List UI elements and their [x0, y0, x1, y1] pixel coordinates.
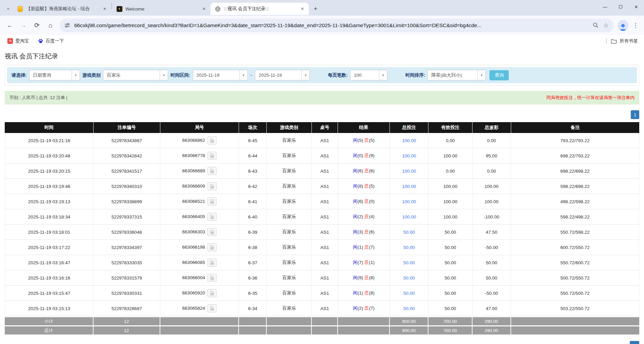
cell-table-id: AS1	[312, 225, 338, 240]
page-1-button[interactable]: 1	[631, 110, 639, 119]
tab-strip: ⌄ 【新提醒】海燕策略论坛 - 综合✕✦Welcome✕:::视讯 会员下注纪录…	[0, 0, 644, 16]
cell-result: 闲(6) 庄(0)	[338, 194, 390, 209]
cell-round: 663066004	[160, 270, 239, 286]
bookmarks-divider	[606, 38, 607, 44]
cell-table-id: AS1	[312, 255, 338, 270]
reload-button[interactable]: ⟳	[31, 19, 43, 32]
video-record-button[interactable]	[207, 304, 217, 312]
bookmark-item-1[interactable]: 淘爱淘宝	[5, 37, 32, 45]
browser-tab-2[interactable]: ✦Welcome✕	[112, 3, 210, 15]
footer-empty	[511, 325, 639, 335]
total-bet-link[interactable]: 50.00	[403, 306, 415, 311]
video-record-button[interactable]	[207, 136, 217, 145]
total-bet-link[interactable]: 50.00	[403, 275, 415, 281]
cell-round: 663065824	[160, 301, 239, 316]
cell-table-id: AS1	[312, 179, 338, 194]
total-bet-link[interactable]: 50.00	[403, 245, 415, 250]
cell-game-type: 百家乐	[267, 148, 312, 164]
page-size-select[interactable]: 100▼	[350, 70, 387, 80]
filter-panel: 请选择: 日期查询▼ 游戏类别 百家乐▼ 时间区间: 2025-11-19▼ ~…	[5, 65, 639, 85]
table-row: 2025-11-19 03:15:47522978330331663065920…	[5, 286, 639, 301]
bookmark-label: 百度一下	[46, 38, 64, 44]
cell-table-id: AS1	[312, 270, 338, 286]
video-record-button[interactable]	[207, 274, 217, 282]
bookmark-star-icon[interactable]: ☆	[603, 22, 609, 29]
total-bet-link[interactable]: 100.00	[402, 199, 416, 204]
close-tab-icon[interactable]: ✕	[201, 6, 207, 12]
taobao-icon: 淘	[7, 38, 13, 44]
date-end-select[interactable]: 2025-11-19▼	[255, 70, 310, 80]
new-tab-button[interactable]: +	[311, 4, 320, 14]
tabs-container: 【新提醒】海燕策略论坛 - 综合✕✦Welcome✕:::视讯 会员下注纪录::…	[13, 0, 309, 16]
date-start-select[interactable]: 2025-11-19▼	[193, 70, 248, 80]
video-record-button[interactable]	[207, 213, 217, 221]
video-record-button[interactable]	[207, 259, 217, 267]
cell-round: 663066405	[160, 209, 239, 225]
minimize-button[interactable]: —	[597, 0, 613, 14]
cell-valid-bet: 100.00	[428, 209, 472, 225]
total-bet-link[interactable]: 50.00	[403, 230, 415, 235]
result-banker: 庄	[364, 214, 369, 219]
total-bet-link[interactable]: 50.00	[403, 260, 415, 265]
zoom-icon[interactable]	[593, 22, 599, 28]
sort-order-label: 时间排序:	[405, 72, 425, 78]
query-type-select[interactable]: 日期查询▼	[29, 70, 80, 80]
chevron-down-icon: ▼	[379, 70, 387, 80]
video-record-button[interactable]	[207, 243, 217, 251]
video-record-button[interactable]	[207, 197, 217, 206]
sort-order-select[interactable]: 降幂(由大到小)▼	[427, 70, 486, 80]
cell-result: 闲(5) 庄(5)	[338, 133, 390, 148]
cell-time: 2025-11-19 03:19:46	[5, 179, 94, 194]
date-range-label: 时间区间:	[170, 72, 190, 78]
forward-button[interactable]: →	[17, 19, 30, 32]
cell-remark: 598.22/498.22	[511, 209, 639, 225]
url-text[interactable]: 66cxkj98.com/game/betrecord_search/kind3…	[74, 22, 589, 28]
address-bar[interactable]: 66cxkj98.com/game/betrecord_search/kind3…	[60, 19, 613, 32]
video-record-button[interactable]	[207, 152, 217, 160]
home-button[interactable]: ⌂	[44, 19, 57, 32]
site-settings-icon[interactable]	[64, 22, 70, 28]
browser-tab-3[interactable]: :::视讯 会员下注纪录:::✕	[210, 3, 309, 15]
close-window-button[interactable]: ✕	[628, 0, 644, 14]
cell-total-bet: 100.00	[390, 164, 428, 179]
footer-empty	[239, 316, 267, 325]
total-bet-link[interactable]: 100.00	[402, 153, 416, 158]
close-tab-icon[interactable]: ✕	[102, 6, 108, 12]
total-bet-link[interactable]: 100.00	[402, 184, 416, 189]
cell-result: 闲(2) 庄(7)	[338, 301, 390, 316]
bookmark-item-2[interactable]: 百度一下	[35, 37, 67, 45]
video-record-button[interactable]	[207, 228, 217, 236]
total-bet-link[interactable]: 100.00	[402, 169, 416, 174]
cell-bet-id: 522978333035	[94, 255, 160, 270]
column-header: 时间	[5, 122, 94, 133]
cell-game-type: 百家乐	[267, 179, 312, 194]
tab-search-chevron-icon[interactable]: ⌄	[3, 3, 13, 13]
game-category-select[interactable]: 百家乐▼	[103, 70, 168, 80]
cell-game-type: 百家乐	[267, 240, 312, 255]
maximize-button[interactable]	[613, 0, 628, 14]
all-bookmarks-button[interactable]: 所有书签	[611, 38, 639, 44]
back-button[interactable]: ←	[3, 19, 16, 32]
search-button[interactable]: 查询	[489, 70, 509, 80]
column-header: 局号	[160, 122, 239, 133]
result-banker: 庄	[364, 229, 369, 234]
profile-avatar[interactable]	[618, 20, 628, 31]
footer-total-bet: 900.00	[390, 325, 428, 335]
cell-result: 闲(3) 庄(6)	[338, 225, 390, 240]
total-bet-link[interactable]: 100.00	[402, 214, 416, 219]
video-record-button[interactable]	[207, 182, 217, 190]
browser-tab-1[interactable]: 【新提醒】海燕策略论坛 - 综合✕	[13, 3, 111, 15]
page-1-button-bottom[interactable]: 1	[630, 341, 639, 344]
footer-valid-bet: 700.00	[428, 316, 472, 325]
video-record-button[interactable]	[207, 289, 217, 297]
close-tab-icon[interactable]: ✕	[299, 6, 305, 12]
total-bet-link[interactable]: 100.00	[402, 138, 416, 143]
film-file-icon	[209, 138, 215, 143]
cell-time: 2025-11-19 03:15:47	[5, 286, 94, 301]
gold-emblem-glyph: ✦	[117, 6, 122, 12]
total-bet-link[interactable]: 50.00	[403, 291, 415, 296]
cell-total-bet: 100.00	[390, 209, 428, 225]
game-category-label: 游戏类别	[82, 72, 101, 78]
video-record-button[interactable]	[207, 167, 217, 175]
browser-menu-icon[interactable]: ⋮	[630, 19, 641, 32]
